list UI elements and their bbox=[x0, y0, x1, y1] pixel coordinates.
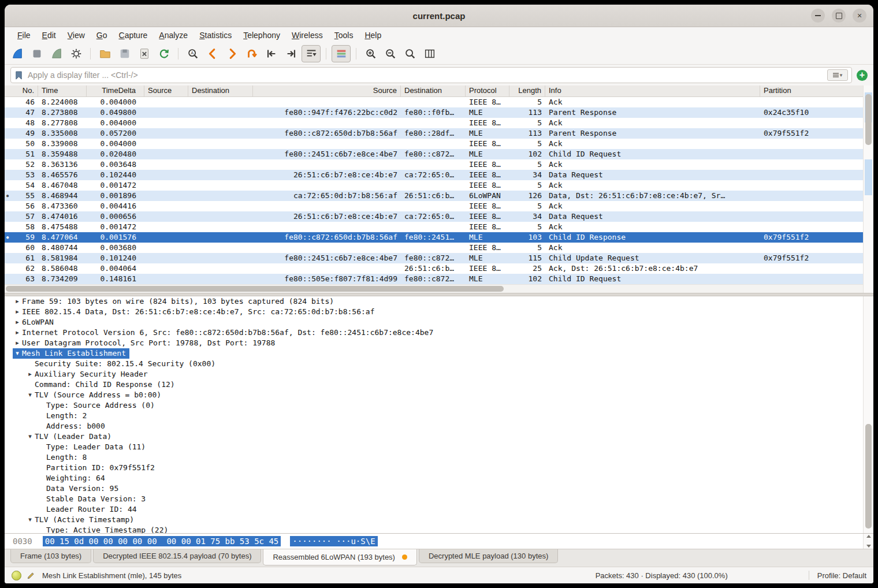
scroll-up-icon[interactable] bbox=[866, 535, 871, 538]
expander-icon[interactable]: ▸ bbox=[25, 369, 35, 379]
detail-row[interactable]: ▾TLV (Leader Data) bbox=[5, 431, 873, 442]
hscrollbar-thumb[interactable] bbox=[6, 286, 504, 292]
auto-scroll-button[interactable] bbox=[302, 45, 321, 62]
go-to-packet-button[interactable] bbox=[243, 46, 261, 62]
open-file-button[interactable] bbox=[96, 46, 114, 62]
details-vscrollbar[interactable] bbox=[863, 296, 873, 533]
expander-icon[interactable] bbox=[37, 463, 46, 473]
column-header-destination[interactable]: Destination bbox=[188, 85, 253, 96]
packet-row[interactable]: 56 8.473360 0.004416 IEEE 8… 5 Ack bbox=[5, 201, 864, 211]
status-profile[interactable]: Profile: Default bbox=[817, 571, 866, 580]
column-header-length[interactable]: Length bbox=[509, 85, 545, 96]
expander-icon[interactable] bbox=[37, 452, 46, 463]
save-file-button[interactable] bbox=[116, 46, 133, 62]
column-header-partition[interactable]: Partition bbox=[760, 85, 864, 96]
detail-row[interactable]: ▸Frame 59: 103 bytes on wire (824 bits),… bbox=[5, 296, 873, 307]
packet-row[interactable]: 50 8.339008 0.004000 IEEE 8… 5 Ack bbox=[5, 139, 864, 149]
expander-icon[interactable]: ▾ bbox=[13, 348, 22, 359]
detail-row[interactable]: ▸Internet Protocol Version 6, Src: fe80:… bbox=[5, 328, 873, 338]
next-packet-button[interactable] bbox=[223, 46, 241, 62]
display-filter-field[interactable]: ▾ bbox=[10, 67, 852, 83]
column-header-source2[interactable]: Source bbox=[253, 85, 401, 96]
menu-item[interactable]: Wireless bbox=[286, 29, 329, 42]
packet-row[interactable]: 62 8.586048 0.004064 26:51:c6:b… IEEE 8…… bbox=[5, 263, 864, 274]
menu-item[interactable]: File bbox=[12, 29, 36, 42]
detail-row[interactable]: Leader Router ID: 44 bbox=[5, 504, 873, 515]
packet-row[interactable]: 60 8.480744 0.003680 IEEE 8… 5 Ack bbox=[5, 243, 864, 253]
expander-icon[interactable] bbox=[25, 379, 35, 390]
packet-row[interactable]: 57 8.474016 0.000656 26:51:c6:b7:e8:ce:4… bbox=[5, 211, 864, 222]
menu-item[interactable]: Statistics bbox=[194, 29, 237, 42]
detail-row[interactable]: ▸6LoWPAN bbox=[5, 317, 873, 328]
detail-row[interactable]: ▾TLV (Active Timestamp) bbox=[5, 515, 873, 525]
detail-row[interactable]: Security Suite: 802.15.4 Security (0x00) bbox=[5, 359, 873, 369]
column-header-no[interactable]: No. bbox=[5, 85, 38, 96]
expander-icon[interactable]: ▸ bbox=[13, 328, 22, 338]
detail-row[interactable]: Type: Active Timestamp (22) bbox=[5, 525, 873, 533]
menu-item[interactable]: Help bbox=[359, 29, 387, 42]
column-header-destination2[interactable]: Destination bbox=[401, 85, 466, 96]
packet-row[interactable]: 63 8.734209 0.148161 fe80::505e:f807:7f8… bbox=[5, 274, 864, 284]
expander-icon[interactable]: ▸ bbox=[13, 338, 22, 348]
minimize-button[interactable] bbox=[811, 9, 825, 23]
column-header-timedelta[interactable]: TimeDelta bbox=[87, 85, 144, 96]
packet-row[interactable]: 53 8.465576 0.102440 26:51:c6:b7:e8:ce:4… bbox=[5, 170, 864, 180]
detail-row[interactable]: ▾TLV (Source Address = b0:00) bbox=[5, 390, 873, 400]
detail-row[interactable]: Partition ID: 0x79f551f2 bbox=[5, 463, 873, 473]
packet-list-vscrollbar[interactable] bbox=[863, 85, 873, 293]
titlebar[interactable]: current.pcap × bbox=[5, 5, 873, 27]
detail-row[interactable]: ▸Auxiliary Security Header bbox=[5, 369, 873, 379]
detail-row[interactable]: ▾Mesh Link Establishment bbox=[5, 348, 873, 359]
hex-bytes[interactable]: 00 15 0d 00 00 00 00 00 00 00 01 75 bb 5… bbox=[43, 536, 281, 546]
zoom-out-button[interactable] bbox=[381, 46, 399, 62]
packet-row[interactable]: 54 8.467048 0.001472 IEEE 8… 5 Ack bbox=[5, 180, 864, 191]
restart-capture-button[interactable] bbox=[47, 46, 65, 62]
add-filter-button[interactable]: + bbox=[857, 70, 868, 81]
menu-item[interactable]: Telephony bbox=[237, 29, 286, 42]
expander-icon[interactable] bbox=[37, 442, 46, 452]
packet-row[interactable]: 46 8.224008 0.004000 IEEE 8… 5 Ack bbox=[5, 97, 864, 107]
scroll-down-icon[interactable] bbox=[866, 545, 871, 548]
column-header-info[interactable]: Info bbox=[545, 85, 760, 96]
resize-columns-button[interactable] bbox=[421, 46, 438, 62]
close-button[interactable]: × bbox=[853, 9, 866, 23]
maximize-button[interactable] bbox=[832, 9, 846, 23]
zoom-in-button[interactable] bbox=[362, 46, 380, 62]
reload-file-button[interactable] bbox=[155, 46, 173, 62]
detail-row[interactable]: Command: Child ID Response (12) bbox=[5, 379, 873, 390]
expander-icon[interactable]: ▸ bbox=[13, 296, 22, 307]
expert-info-icon[interactable] bbox=[12, 571, 21, 580]
expander-icon[interactable] bbox=[37, 483, 46, 494]
stop-capture-button[interactable] bbox=[28, 46, 46, 62]
start-capture-button[interactable] bbox=[8, 46, 26, 62]
packet-row[interactable]: ●59 8.477064 0.001576 fe80::c872:650d:b7… bbox=[5, 232, 864, 243]
byte-view-tab[interactable]: Frame (103 bytes) bbox=[10, 549, 91, 563]
first-packet-button[interactable] bbox=[262, 46, 280, 62]
column-header-source[interactable]: Source bbox=[144, 85, 188, 96]
detail-row[interactable]: Length: 2 bbox=[5, 411, 873, 421]
packet-list-hscrollbar[interactable] bbox=[5, 284, 864, 293]
vscrollbar-thumb[interactable] bbox=[865, 94, 872, 145]
detail-row[interactable]: Type: Leader Data (11) bbox=[5, 442, 873, 452]
menu-item[interactable]: View bbox=[62, 29, 91, 42]
detail-row[interactable]: Type: Source Address (0) bbox=[5, 400, 873, 411]
byte-view-tab[interactable]: Reassembled 6LoWPAN (193 bytes) bbox=[263, 549, 416, 565]
expander-icon[interactable] bbox=[37, 411, 46, 421]
packet-row[interactable]: 61 8.581984 0.101240 fe80::2451:c6b7:e8c… bbox=[5, 253, 864, 263]
expander-icon[interactable] bbox=[25, 359, 35, 369]
expander-icon[interactable] bbox=[37, 494, 46, 504]
detail-row[interactable]: Weighting: 64 bbox=[5, 473, 873, 483]
expander-icon[interactable] bbox=[37, 525, 46, 533]
packet-row[interactable]: ●55 8.468944 0.001896 ca:72:65:0d:b7:b8:… bbox=[5, 191, 864, 201]
expander-icon[interactable]: ▸ bbox=[13, 307, 22, 317]
expander-icon[interactable] bbox=[37, 421, 46, 431]
close-file-button[interactable] bbox=[135, 46, 153, 62]
menu-item[interactable]: Edit bbox=[36, 29, 62, 42]
detail-row[interactable]: Address: b000 bbox=[5, 421, 873, 431]
hex-ascii[interactable]: ········ ···u·S\E bbox=[290, 536, 377, 546]
expander-icon[interactable]: ▾ bbox=[25, 515, 35, 525]
capture-options-button[interactable] bbox=[67, 46, 85, 62]
menu-item[interactable]: Analyze bbox=[153, 29, 194, 42]
last-packet-button[interactable] bbox=[282, 46, 300, 62]
expander-icon[interactable] bbox=[37, 400, 46, 411]
